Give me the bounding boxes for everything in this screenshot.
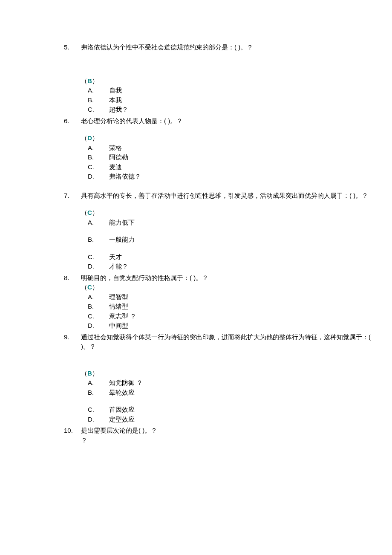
option-text: 阿德勒 xyxy=(109,153,375,162)
option-text: 一般能力 xyxy=(109,235,375,245)
option-text: 理智型 xyxy=(109,292,375,302)
option-a: A. 理智型 xyxy=(88,292,375,302)
option-c: C. 意志型 ？ xyxy=(88,312,375,321)
option-a: A. 知觉防御 ？ xyxy=(88,378,375,388)
question-8: 8. 明确目的，自觉支配行动的性格属于：( )。？ （C） A. 理智型 B. … xyxy=(64,273,375,331)
option-d: D. 弗洛依德？ xyxy=(88,172,375,182)
question-row: 6. 老心理分析论的代表人物是：( )。？ xyxy=(64,116,375,126)
option-c: C. 天才 xyxy=(88,252,375,262)
question-text: 提出需要层次论的是( )。？ xyxy=(81,426,375,436)
option-letter: C. xyxy=(88,162,109,172)
option-c: C. 首因效应 xyxy=(88,405,375,415)
option-letter: D. xyxy=(88,172,109,182)
answer-letter: C xyxy=(87,209,92,216)
option-a: A. 自我 xyxy=(88,86,375,95)
option-letter: C. xyxy=(88,405,109,415)
question-row: 9. 通过社会知觉获得个体某一行为特征的突出印象，进而将此扩大为他的整体行为特征… xyxy=(64,332,375,352)
option-c: C. 超我？ xyxy=(88,105,375,115)
option-letter: B. xyxy=(88,388,109,398)
option-letter: C. xyxy=(88,252,109,262)
option-b: B. 一般能力 xyxy=(88,235,375,245)
option-text: 定型效应 xyxy=(109,415,375,425)
question-6: 6. 老心理分析论的代表人物是：( )。？ （D） A. 荣格 B. 阿德勒 C… xyxy=(64,116,375,182)
option-text: 超我？ xyxy=(109,105,375,115)
question-number: 6. xyxy=(64,116,81,126)
option-text: 自我 xyxy=(109,86,375,95)
option-letter: A. xyxy=(88,292,109,302)
option-a: A. 荣格 xyxy=(88,143,375,153)
option-b: B. 阿德勒 xyxy=(88,153,375,162)
answer-line: （C） xyxy=(81,208,375,218)
option-text: 弗洛依德？ xyxy=(109,172,375,182)
option-letter: C. xyxy=(88,312,109,321)
option-a: A. 能力低下 xyxy=(88,218,375,228)
option-letter: B. xyxy=(88,153,109,162)
question-trailing: ？ xyxy=(81,436,375,445)
question-number: 5. xyxy=(64,43,81,52)
answer-letter: B xyxy=(87,77,92,84)
answer-block: （D） A. 荣格 B. 阿德勒 C. 麦迪 D. 弗洛依德？ xyxy=(81,133,375,182)
answer-letter: D xyxy=(87,134,92,142)
question-row: 10. 提出需要层次论的是( )。？ xyxy=(64,426,375,436)
option-letter: A. xyxy=(88,378,109,388)
question-number: 8. xyxy=(64,273,81,283)
answer-block: （C） A. 能力低下 B. 一般能力 C. 天才 D. 才能？ xyxy=(81,208,375,272)
question-5: 5. 弗洛依德认为个性中不受社会道德规范约束的部分是：( )。？ （B） A. … xyxy=(64,43,375,115)
option-text: 天才 xyxy=(109,252,375,262)
option-b: B. 情绪型 xyxy=(88,302,375,312)
option-letter: D. xyxy=(88,415,109,425)
question-number: 7. xyxy=(64,191,81,201)
answer-line: （B） xyxy=(81,369,375,379)
question-text: 具有高水平的专长，善于在活动中进行创造性思维，引发灵感，活动成果突出而优异的人属… xyxy=(81,191,375,201)
option-text: 情绪型 xyxy=(109,302,375,312)
option-c: C. 麦迪 xyxy=(88,162,375,172)
question-text: 通过社会知觉获得个体某一行为特征的突出印象，进而将此扩大为他的整体行为特征，这种… xyxy=(81,332,375,352)
option-b: B. 本我 xyxy=(88,95,375,105)
question-text: 老心理分析论的代表人物是：( )。？ xyxy=(81,116,375,126)
answer-letter: B xyxy=(87,370,92,377)
option-letter: A. xyxy=(88,143,109,153)
option-letter: D. xyxy=(88,262,109,272)
option-text: 本我 xyxy=(109,95,375,105)
option-letter: A. xyxy=(88,218,109,228)
question-number: 10. xyxy=(64,426,81,436)
option-text: 麦迪 xyxy=(109,162,375,172)
question-row: 7. 具有高水平的专长，善于在活动中进行创造性思维，引发灵感，活动成果突出而优异… xyxy=(64,191,375,201)
option-text: 晕轮效应 xyxy=(109,388,375,398)
question-9: 9. 通过社会知觉获得个体某一行为特征的突出印象，进而将此扩大为他的整体行为特征… xyxy=(64,332,375,425)
answer-block: （C） A. 理智型 B. 情绪型 C. 意志型 ？ D. 中间型 xyxy=(81,283,375,331)
question-text: 弗洛依德认为个性中不受社会道德规范约束的部分是：( )。？ xyxy=(81,43,375,52)
option-text: 首因效应 xyxy=(109,405,375,415)
option-letter: D. xyxy=(88,321,109,331)
option-d: D. 才能？ xyxy=(88,262,375,272)
answer-letter: C xyxy=(87,283,92,291)
option-b: B. 晕轮效应 xyxy=(88,388,375,398)
option-letter: C. xyxy=(88,105,109,115)
option-text: 知觉防御 ？ xyxy=(109,378,375,388)
answer-block: （B） A. 自我 B. 本我 C. 超我？ xyxy=(81,76,375,115)
option-text: 意志型 ？ xyxy=(109,312,375,321)
question-10: 10. 提出需要层次论的是( )。？ ？ xyxy=(64,426,375,445)
answer-line: （B） xyxy=(81,76,375,86)
option-text: 中间型 xyxy=(109,321,375,331)
question-number: 9. xyxy=(64,332,81,342)
answer-line: （D） xyxy=(81,133,375,143)
option-letter: B. xyxy=(88,95,109,105)
question-row: 8. 明确目的，自觉支配行动的性格属于：( )。？ xyxy=(64,273,375,283)
option-letter: B. xyxy=(88,302,109,312)
option-text: 荣格 xyxy=(109,143,375,153)
option-letter: B. xyxy=(88,235,109,245)
answer-line: （C） xyxy=(81,283,375,292)
option-d: D. 定型效应 xyxy=(88,415,375,425)
option-text: 能力低下 xyxy=(109,218,375,228)
option-text: 才能？ xyxy=(109,262,375,272)
option-d: D. 中间型 xyxy=(88,321,375,331)
option-letter: A. xyxy=(88,86,109,95)
question-row: 5. 弗洛依德认为个性中不受社会道德规范约束的部分是：( )。？ xyxy=(64,43,375,52)
question-7: 7. 具有高水平的专长，善于在活动中进行创造性思维，引发灵感，活动成果突出而优异… xyxy=(64,191,375,272)
question-text: 明确目的，自觉支配行动的性格属于：( )。？ xyxy=(81,273,375,283)
answer-block: （B） A. 知觉防御 ？ B. 晕轮效应 C. 首因效应 D. 定型效应 xyxy=(81,369,375,425)
